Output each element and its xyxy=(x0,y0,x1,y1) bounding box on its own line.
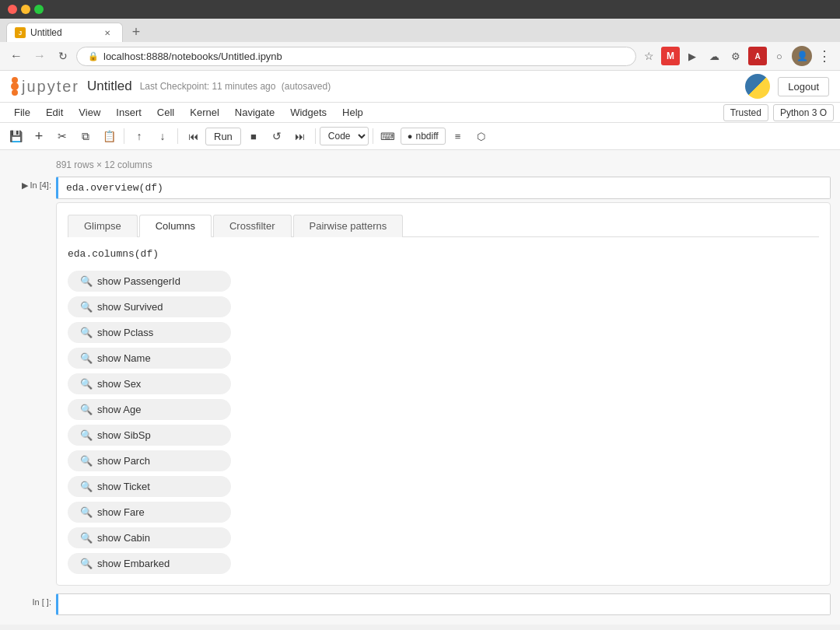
column-btn-sex[interactable]: 🔍 show Sex xyxy=(68,373,231,394)
menu-item-kernel[interactable]: Kernel xyxy=(182,103,227,122)
column-btn-survived[interactable]: 🔍 show Survived xyxy=(68,296,231,317)
tab-bar: J Untitled ✕ + xyxy=(0,19,840,42)
menu-item-edit[interactable]: Edit xyxy=(38,103,71,122)
cell-empty-sidebar: In [ ]: xyxy=(9,593,56,615)
address-bar[interactable]: 🔒 localhost:8888/notebooks/Untitled.ipyn… xyxy=(76,47,636,66)
toolbar-icon-1[interactable]: ▶ xyxy=(683,47,702,65)
tab-close-icon[interactable]: ✕ xyxy=(102,27,113,38)
back-button[interactable]: ← xyxy=(6,46,26,66)
cut-button[interactable]: ✂ xyxy=(51,125,73,147)
next-button[interactable]: ⏭ xyxy=(289,125,311,147)
search-icon-4: 🔍 xyxy=(80,378,93,390)
jupyter-logo: jupyter xyxy=(11,77,79,96)
browser-chrome xyxy=(0,0,840,19)
cell-toolbar-button[interactable]: ≡ xyxy=(447,125,469,147)
menu-item-file[interactable]: File xyxy=(6,103,38,122)
traffic-lights xyxy=(8,5,44,14)
column-btn-age[interactable]: 🔍 show Age xyxy=(68,399,231,420)
move-down-button[interactable]: ↓ xyxy=(152,125,173,147)
cell-4-prompt: In [4]: xyxy=(30,180,51,190)
search-icon-0: 🔍 xyxy=(80,275,93,287)
add-cell-button[interactable]: + xyxy=(28,125,50,147)
tab-crossfilter[interactable]: Crossfilter xyxy=(213,215,292,237)
paste-button[interactable]: 📋 xyxy=(98,125,120,147)
more-options-icon[interactable]: ⋮ xyxy=(815,47,834,65)
jupyter-header: jupyter Untitled Last Checkpoint: 11 min… xyxy=(0,71,840,103)
keyboard-shortcuts-button[interactable]: ⌨ xyxy=(377,125,399,147)
traffic-light-green[interactable] xyxy=(34,5,44,14)
cell-4-run-icon: ▶ xyxy=(22,180,28,191)
toolbar-icon-2[interactable]: ☁ xyxy=(705,47,723,65)
menu-item-insert[interactable]: Insert xyxy=(108,103,149,122)
address-text: localhost:8888/notebooks/Untitled.ipynb xyxy=(103,51,282,62)
menu-item-cell[interactable]: Cell xyxy=(149,103,182,122)
tab-pairwise[interactable]: Pairwise patterns xyxy=(293,215,404,237)
column-label-4: show Sex xyxy=(97,378,141,390)
search-icon-6: 🔍 xyxy=(80,429,93,441)
separator-3 xyxy=(315,128,316,144)
column-label-7: show Parch xyxy=(97,455,150,467)
separator-1 xyxy=(124,128,124,144)
forward-button[interactable]: → xyxy=(30,46,50,66)
move-up-button[interactable]: ↑ xyxy=(128,125,150,147)
logout-button[interactable]: Logout xyxy=(778,77,829,96)
tab-glimpse[interactable]: Glimpse xyxy=(68,215,138,237)
cell-4-input[interactable]: eda.overview(df) xyxy=(56,177,831,199)
tab-columns[interactable]: Columns xyxy=(139,215,212,237)
column-label-6: show SibSp xyxy=(97,429,151,441)
column-btn-embarked[interactable]: 🔍 show Embarked xyxy=(68,553,231,574)
menu-item-navigate[interactable]: Navigate xyxy=(227,103,282,122)
column-btn-name[interactable]: 🔍 show Name xyxy=(68,348,231,369)
search-icon-1: 🔍 xyxy=(80,301,93,313)
save-button[interactable]: 💾 xyxy=(5,125,26,147)
column-label-3: show Name xyxy=(97,352,151,364)
column-btn-parch[interactable]: 🔍 show Parch xyxy=(68,450,231,471)
stop-button[interactable]: ■ xyxy=(243,125,264,147)
menu-item-widgets[interactable]: Widgets xyxy=(282,103,334,122)
search-icon-11: 🔍 xyxy=(80,558,93,569)
output-code-line: eda.columns(df) xyxy=(68,248,819,260)
output-tabs: Glimpse Columns Crossfilter Pairwise pat… xyxy=(68,214,819,237)
column-btn-passengerid[interactable]: 🔍 show PassengerId xyxy=(68,271,231,292)
browser-tab-active[interactable]: J Untitled ✕ xyxy=(6,23,123,42)
cell-empty-body[interactable] xyxy=(56,593,831,615)
search-icon-9: 🔍 xyxy=(80,506,93,518)
python-badge: Python 3 O xyxy=(773,104,834,121)
notebook-content: 891 rows × 12 columns ▶ In [4]: eda.over… xyxy=(0,150,840,625)
star-icon[interactable]: ☆ xyxy=(639,47,658,65)
toolbar-icon-4[interactable]: A xyxy=(748,47,767,65)
fast-forward-button[interactable]: ⏮ xyxy=(182,125,204,147)
run-button[interactable]: Run xyxy=(205,128,241,145)
column-btn-cabin[interactable]: 🔍 show Cabin xyxy=(68,527,231,548)
nbdiff-button[interactable]: ● nbdiff xyxy=(401,128,446,145)
cell-4: ▶ In [4]: eda.overview(df) Glimpse Colum… xyxy=(9,177,831,586)
column-btn-pclass[interactable]: 🔍 show Pclass xyxy=(68,322,231,343)
extensions-icon[interactable]: M xyxy=(661,47,680,65)
notebook-title[interactable]: Untitled xyxy=(87,79,132,94)
cell-empty-prompt: In [ ]: xyxy=(33,597,51,607)
share-button[interactable]: ⬡ xyxy=(471,125,492,147)
cell-type-select[interactable]: Code xyxy=(320,127,369,145)
cell-4-output: Glimpse Columns Crossfilter Pairwise pat… xyxy=(56,202,831,586)
toolbar-icon-5[interactable]: ○ xyxy=(770,47,789,65)
column-btn-fare[interactable]: 🔍 show Fare xyxy=(68,502,231,523)
menu-bar: File Edit View Insert Cell Kernel Naviga… xyxy=(0,103,840,123)
cell-empty: In [ ]: xyxy=(9,593,831,615)
user-avatar[interactable]: 👤 xyxy=(792,46,812,66)
trusted-badge: Trusted xyxy=(723,104,768,121)
restart-button[interactable]: ↺ xyxy=(266,125,288,147)
copy-button[interactable]: ⧉ xyxy=(75,125,96,147)
menu-item-view[interactable]: View xyxy=(71,103,108,122)
traffic-light-yellow[interactable] xyxy=(21,5,30,14)
menu-item-help[interactable]: Help xyxy=(334,103,371,122)
refresh-button[interactable]: ↻ xyxy=(53,46,73,66)
column-label-10: show Cabin xyxy=(97,532,150,544)
column-btn-sibsp[interactable]: 🔍 show SibSp xyxy=(68,425,231,446)
toolbar-icon-3[interactable]: ⚙ xyxy=(726,47,745,65)
traffic-light-red[interactable] xyxy=(8,5,17,14)
new-tab-button[interactable]: + xyxy=(126,22,146,42)
jupyter-logo-circles xyxy=(11,77,19,96)
search-icon-2: 🔍 xyxy=(80,327,93,338)
column-btn-ticket[interactable]: 🔍 show Ticket xyxy=(68,476,231,497)
column-list: 🔍 show PassengerId 🔍 show Survived 🔍 sho… xyxy=(68,271,819,574)
